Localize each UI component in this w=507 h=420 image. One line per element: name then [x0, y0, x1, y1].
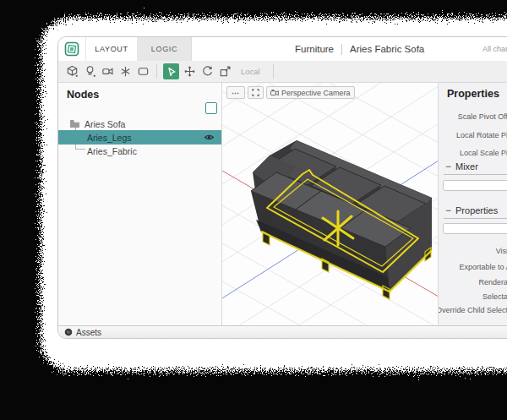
properties-panel-title: Properties — [447, 88, 499, 100]
main-area: Nodes Aries Sofa Aries_Legs — [58, 83, 507, 325]
section-header-mixer[interactable]: − Mixer — [445, 161, 478, 172]
section-header-properties[interactable]: − Properties — [445, 205, 498, 215]
collapse-icon: − — [445, 207, 451, 214]
perspective-camera-button[interactable]: Perspective Camera — [266, 86, 355, 99]
tab-layout[interactable]: LAYOUT — [85, 37, 138, 61]
coordinate-mode-dropdown[interactable]: Local — [241, 67, 260, 76]
toolbar-divider — [273, 64, 274, 79]
prop-label-override-child-selection: Override Child Selection — [439, 306, 507, 314]
properties-filter-input[interactable] — [443, 223, 507, 234]
asterisk-icon — [119, 65, 132, 78]
viewport-fullscreen-button[interactable] — [248, 86, 264, 99]
properties-panel: Properties Scale Pivot Offset Local Rota… — [439, 83, 507, 325]
label-icon — [137, 65, 150, 78]
tree-row-label: Aries_Legs — [87, 133, 132, 143]
breadcrumb: Furniture Aries Fabric Sofa — [295, 37, 424, 61]
tree-row-selected[interactable]: Aries_Legs — [58, 130, 221, 145]
lightbulb-icon — [84, 65, 96, 78]
viewport-menu-button[interactable]: ⋯ — [226, 86, 245, 99]
header-bar: LAYOUT LOGIC Furniture Aries Fabric Sofa… — [58, 37, 507, 62]
tree-row-label: Aries_Fabric — [87, 146, 137, 156]
breadcrumb-divider — [341, 44, 342, 55]
nodes-filter-checkbox[interactable] — [205, 102, 217, 114]
cube-icon — [66, 65, 79, 78]
prop-label-selectable: Selectable — [482, 292, 507, 301]
scale-tool-button[interactable] — [216, 63, 234, 80]
nodes-panel: Nodes Aries Sofa Aries_Legs — [58, 83, 222, 325]
section-divider — [444, 174, 507, 175]
breadcrumb-category: Furniture — [295, 44, 334, 54]
mixer-input[interactable] — [443, 180, 507, 191]
add-null-button[interactable] — [117, 63, 134, 80]
tree-row-label: Aries Sofa — [84, 119, 125, 129]
section-label: Properties — [455, 205, 498, 215]
visibility-eye-icon[interactable] — [204, 133, 215, 142]
select-tool-button[interactable] — [163, 63, 179, 79]
toolbar-divider — [156, 64, 157, 79]
rotate-tool-button[interactable] — [199, 63, 216, 80]
app-window: LAYOUT LOGIC Furniture Aries Fabric Sofa… — [57, 36, 507, 339]
prop-label-local-rotate-pivot: Local Rotate Pivot — [456, 131, 507, 139]
camera-icon — [101, 65, 114, 78]
add-label-button[interactable] — [134, 63, 152, 80]
camera-icon — [270, 89, 279, 96]
rotate-icon — [201, 65, 214, 78]
prop-label-renderable: Renderable — [478, 278, 507, 286]
cursor-icon — [166, 66, 177, 78]
viewport-3d[interactable]: ⋯ Perspective Camera — [222, 83, 439, 325]
add-object-button[interactable] — [63, 63, 81, 80]
prop-label-local-scale-pivot: Local Scale Pivot — [460, 149, 507, 157]
scale-icon — [219, 65, 232, 78]
section-label: Mixer — [455, 161, 478, 172]
tree-row-root[interactable]: Aries Sofa — [58, 117, 221, 131]
prop-label-visible: Visible — [496, 247, 507, 255]
tab-logic[interactable]: LOGIC — [138, 37, 192, 61]
expand-icon — [252, 89, 259, 96]
nodes-panel-title: Nodes — [67, 89, 99, 101]
prop-label-scale-pivot-offset: Scale Pivot Offset — [458, 112, 507, 121]
perspective-camera-label: Perspective Camera — [281, 89, 351, 97]
move-tool-button[interactable] — [181, 63, 199, 80]
collapse-icon: − — [445, 163, 451, 170]
save-status: All changes saved — [482, 37, 507, 61]
section-divider — [444, 218, 507, 219]
assets-bar-label: Assets — [76, 328, 101, 337]
viewport-controls: ⋯ Perspective Camera — [226, 86, 355, 99]
add-camera-button[interactable] — [99, 63, 117, 80]
folder-icon — [69, 119, 80, 128]
prop-label-exportable: Exportable to API — [459, 263, 507, 271]
screenshot-stage: LAYOUT LOGIC Furniture Aries Fabric Sofa… — [0, 0, 507, 420]
app-logo-icon[interactable] — [64, 41, 79, 57]
add-light-button[interactable] — [81, 63, 99, 80]
toolbar: Local — [58, 61, 507, 83]
assets-bar[interactable]: Assets — [58, 325, 507, 338]
assets-icon — [64, 328, 73, 336]
tree-row[interactable]: Aries_Fabric — [58, 144, 221, 158]
viewport-scene — [222, 83, 439, 325]
breadcrumb-item: Aries Fabric Sofa — [350, 44, 424, 54]
move-icon — [183, 65, 196, 78]
